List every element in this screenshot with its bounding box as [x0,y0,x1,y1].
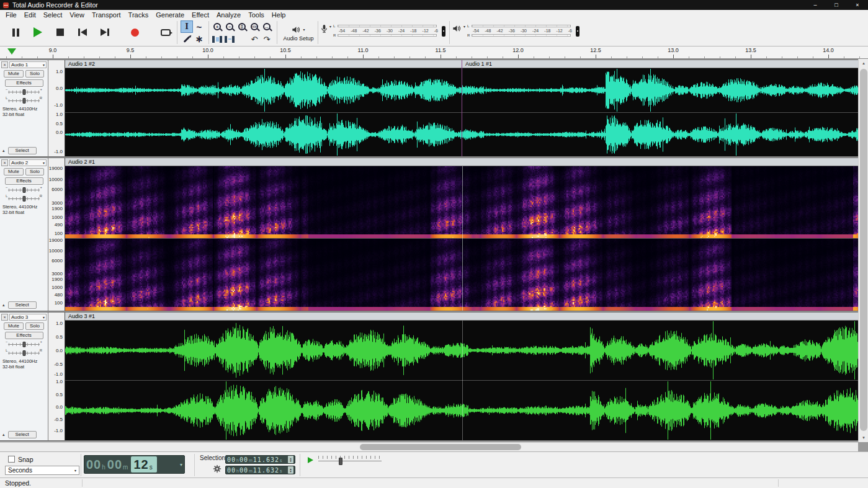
fit-selection-button[interactable]: ▯ [236,20,248,33]
selection-end-hours[interactable]: 00 [227,467,236,474]
timeline-ruler[interactable]: 9.09.510.010.511.011.512.012.513.013.514… [0,47,868,59]
maximize-button[interactable]: □ [826,0,847,10]
solo-button[interactable]: Solo [25,168,44,175]
clip-header[interactable]: Audio 3 #1 [65,313,858,321]
effects-button[interactable]: Effects [5,79,43,87]
redo-button[interactable]: ↷ [261,33,273,45]
snap-checkbox[interactable] [8,456,15,463]
recording-meter[interactable]: ▾ L -54-48-42-36-30-24-18-12-6 R [321,24,445,37]
track-name-menu[interactable]: Audio 2 ▾ [9,159,47,166]
collapse-track-button[interactable]: ▴ [2,148,5,153]
zoom-in-button[interactable]: + [211,20,223,33]
spinner-down-icon[interactable]: ▾ [290,470,292,472]
pause-button[interactable] [6,23,25,42]
play-speed-thumb[interactable] [339,458,342,465]
scroll-down-arrow[interactable]: ▾ [859,433,868,442]
selection-end-seconds[interactable]: 11.632 [253,467,279,474]
draw-tool-button[interactable] [181,33,193,45]
waveform-channel-left[interactable] [462,68,858,112]
effects-button[interactable]: Effects [5,177,43,185]
position-minutes[interactable]: 00 [107,456,122,472]
track-name-menu[interactable]: Audio 1 ▾ [9,61,47,68]
zoom-out-button[interactable]: − [223,20,236,33]
waveform-channel-right[interactable] [462,113,858,156]
audio-clip[interactable]: Audio 1 #1 [462,60,858,156]
fit-project-button[interactable]: ▭ [248,20,261,33]
stop-button[interactable] [51,23,69,42]
mute-button[interactable]: Mute [4,70,24,78]
waveform-channel-left[interactable] [65,321,858,380]
selection-start-minutes[interactable]: 00 [239,456,248,463]
play-at-speed-button[interactable] [305,456,315,464]
playback-meter[interactable]: ▾ L -54-48-42-36-30-24-18-12-6 R [452,24,579,37]
horizontal-scrollbar-thumb[interactable] [360,444,521,450]
gain-slider-thumb[interactable] [22,89,25,95]
loop-button[interactable] [156,23,175,42]
spinner-buttons[interactable]: ▴▾ [288,456,293,463]
horizontal-scrollbar[interactable] [0,442,858,451]
skip-to-start-button[interactable] [73,23,92,42]
pan-slider[interactable]: LR [6,97,42,104]
track-content[interactable]: Audio 3 #1 [65,313,858,440]
track-control-panel[interactable]: × Audio 3 ▾ Mute Solo Effects −+ LR Ster… [0,313,48,440]
silence-audio-button[interactable] [223,33,236,45]
menu-item-effect[interactable]: Effect [188,11,213,19]
spectrogram-channel-right[interactable] [65,239,858,311]
menu-item-tools[interactable]: Tools [244,11,268,19]
gain-slider[interactable]: −+ [6,89,42,95]
envelope-tool-button[interactable]: ~ [193,20,205,33]
track-control-panel[interactable]: × Audio 2 ▾ Mute Solo Effects −+ LR Ster… [0,158,48,311]
scroll-up-arrow[interactable]: ▴ [859,59,868,68]
selection-start-field[interactable]: 00h 00m 11.632s ▴▾ [225,455,295,464]
minimize-button[interactable]: – [805,0,826,10]
selection-start-seconds[interactable]: 11.632 [253,456,279,463]
effects-button[interactable]: Effects [5,332,43,339]
selection-settings-button[interactable] [213,464,221,474]
menu-item-transport[interactable]: Transport [88,11,125,19]
menu-item-file[interactable]: File [2,11,20,19]
vertical-scale-ruler[interactable]: 1.00.50.0-0.5-1.01.00.50.0-0.5-1.0 [48,313,65,440]
audio-position-display[interactable]: 00h 00m 12s ▾ [84,455,185,474]
playback-volume-slider[interactable] [576,26,579,37]
waveform-channel-left[interactable] [65,68,462,112]
vertical-scrollbar-thumb[interactable] [860,69,867,431]
recording-volume-slider[interactable] [442,26,445,37]
mute-button[interactable]: Mute [4,322,24,330]
select-track-button[interactable]: Select [8,431,37,438]
skip-to-end-button[interactable] [96,23,114,42]
track-control-panel[interactable]: × Audio 1 ▾ Mute Solo Effects −+ LR Ster… [0,60,48,156]
clip-header[interactable]: Audio 1 #2 [65,60,462,68]
vertical-scale-ruler[interactable]: 1.00.0-1.01.00.50.0-1.0 [48,60,65,156]
selection-start-hours[interactable]: 00 [227,456,236,463]
select-track-button[interactable]: Select [8,147,37,154]
audio-clip[interactable]: Audio 1 #2 [65,60,462,156]
solo-button[interactable]: Solo [25,70,44,78]
selection-end-field[interactable]: 00h 00m 11.632s ▴▾ [225,466,295,474]
menu-item-edit[interactable]: Edit [20,11,40,19]
menu-item-view[interactable]: View [66,11,88,19]
gain-slider[interactable]: −+ [6,187,42,193]
menu-item-generate[interactable]: Generate [152,11,188,19]
position-seconds-cell[interactable]: 12s [131,456,156,472]
pan-slider-thumb[interactable] [22,350,25,356]
audio-clip[interactable]: Audio 3 #1 [65,313,858,440]
vertical-scale-ruler[interactable]: 1900010000600030001900100049010019000100… [48,158,65,311]
solo-button[interactable]: Solo [25,322,44,330]
multi-tool-button[interactable]: ∗ [193,33,205,45]
track-close-button[interactable]: × [1,61,8,68]
track-close-button[interactable]: × [1,159,8,166]
collapse-track-button[interactable]: ▴ [2,303,5,308]
zoom-toggle-button[interactable]: ↔ [261,20,273,33]
menu-item-tracks[interactable]: Tracks [125,11,153,19]
trim-audio-button[interactable] [211,33,223,45]
close-button[interactable]: × [847,0,868,10]
clip-header[interactable]: Audio 2 #1 [65,158,858,166]
playhead-marker[interactable] [7,48,16,55]
pan-slider-thumb[interactable] [22,196,25,202]
spinner-down-icon[interactable]: ▾ [290,459,292,462]
collapse-track-button[interactable]: ▴ [2,432,5,437]
select-track-button[interactable]: Select [8,301,37,309]
gain-slider[interactable]: −+ [6,341,42,348]
track-close-button[interactable]: × [1,314,8,321]
play-button[interactable] [29,23,47,42]
